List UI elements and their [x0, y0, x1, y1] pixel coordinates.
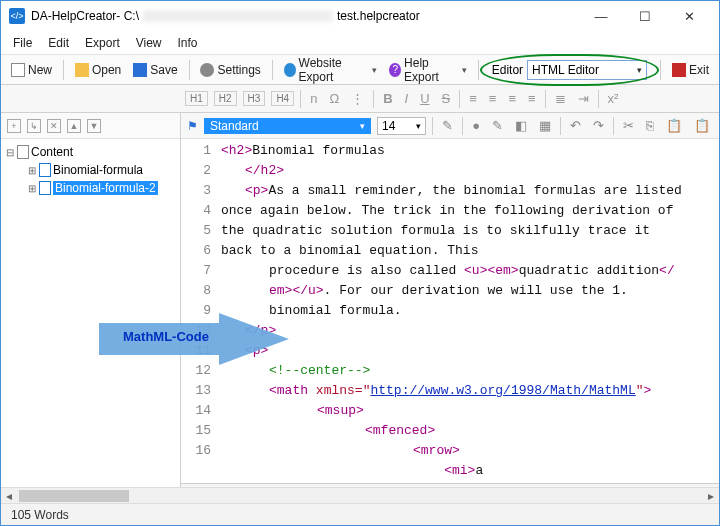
paste-special-icon[interactable]: 📋 — [691, 118, 713, 133]
collapse-icon[interactable]: ⊟ — [5, 147, 15, 158]
indent-icon[interactable]: ⇥ — [575, 91, 592, 106]
menu-export[interactable]: Export — [85, 36, 120, 50]
flag-icon[interactable]: ⚑ — [187, 119, 198, 133]
add-page-icon[interactable]: + — [7, 119, 21, 133]
align-justify-icon[interactable]: ≡ — [525, 91, 539, 106]
marker-icon[interactable]: ✎ — [489, 118, 506, 133]
tree-item-label: Binomial-formula-2 — [53, 181, 158, 195]
h1-button[interactable]: H1 — [185, 91, 208, 106]
maximize-button[interactable]: ☐ — [623, 2, 667, 30]
scroll-thumb[interactable] — [19, 490, 129, 502]
chevron-down-icon: ▾ — [462, 65, 467, 75]
gear-icon — [200, 63, 214, 77]
eraser-icon[interactable]: ◧ — [512, 118, 530, 133]
menu-edit[interactable]: Edit — [48, 36, 69, 50]
source-text[interactable]: <h2>Binomial formulas</h2><p>As a small … — [217, 139, 719, 483]
underline-button[interactable]: U — [417, 91, 432, 106]
editor-value: HTML Editor — [532, 63, 599, 77]
page-icon — [39, 163, 51, 177]
exit-button[interactable]: Exit — [668, 61, 713, 79]
disk-icon — [133, 63, 147, 77]
chevron-down-icon: ▾ — [372, 65, 377, 75]
workspace: + ↳ ✕ ▲ ▼ ⊟ Content ⊞ Binomial-formula ⊞… — [1, 113, 719, 505]
scroll-left-icon[interactable]: ◂ — [1, 489, 17, 503]
page-icon — [39, 181, 51, 195]
website-export-button[interactable]: Website Export▾ — [280, 54, 382, 86]
divider: ⋮ — [348, 91, 367, 106]
italic-button[interactable]: I — [402, 91, 412, 106]
redo-icon[interactable]: ↷ — [590, 118, 607, 133]
editor-label: Editor — [492, 63, 523, 77]
app-title: DA-HelpCreator — [31, 9, 116, 23]
page-icon — [11, 63, 25, 77]
h3-button[interactable]: H3 — [243, 91, 266, 106]
close-button[interactable]: ✕ — [667, 2, 711, 30]
clear-format-icon[interactable]: ▦ — [536, 118, 554, 133]
code-editor[interactable]: 12345678910111213141516 <h2>Binomial for… — [181, 139, 719, 483]
align-left-icon[interactable]: ≡ — [466, 91, 480, 106]
save-button[interactable]: Save — [129, 61, 181, 79]
style-value: Standard — [210, 119, 259, 133]
editor-selector-group: Editor HTML Editor ▾ — [486, 58, 653, 82]
globe-icon — [284, 63, 296, 77]
h4-button[interactable]: H4 — [271, 91, 294, 106]
statusbar: 105 Words — [1, 503, 719, 525]
tree-item-label: Binomial-formula — [53, 163, 143, 177]
color-pick-icon[interactable]: ✎ — [439, 118, 456, 133]
scroll-right-icon[interactable]: ▸ — [703, 489, 719, 503]
list-icon[interactable]: ≣ — [552, 91, 569, 106]
tree-root[interactable]: ⊟ Content — [5, 143, 176, 161]
font-name[interactable]: n — [307, 91, 320, 106]
undo-icon[interactable]: ↶ — [567, 118, 584, 133]
copy-icon[interactable]: ⎘ — [643, 118, 657, 133]
new-button[interactable]: New — [7, 61, 56, 79]
add-child-icon[interactable]: ↳ — [27, 119, 41, 133]
menu-file[interactable]: File — [13, 36, 32, 50]
ordered-list-icon[interactable]: Ω — [326, 91, 342, 106]
path-tail: test.helpcreator — [337, 9, 420, 23]
superscript-icon[interactable]: x² — [605, 91, 622, 106]
app-icon: </> — [9, 8, 25, 24]
menu-view[interactable]: View — [136, 36, 162, 50]
cut-icon[interactable]: ✂ — [620, 118, 637, 133]
delete-icon[interactable]: ✕ — [47, 119, 61, 133]
style-toolbar: ⚑ Standard ▾ 14 ▾ ✎ ● ✎ ◧ ▦ ↶ ↷ ✂ ⎘ 📋 📋 — [181, 113, 719, 139]
horizontal-scrollbar[interactable]: ◂ ▸ — [1, 487, 719, 503]
fontsize-select[interactable]: 14 ▾ — [377, 117, 426, 135]
align-right-icon[interactable]: ≡ — [505, 91, 519, 106]
expand-icon[interactable]: ⊞ — [27, 183, 37, 194]
paste-icon[interactable]: 📋 — [663, 118, 685, 133]
move-up-icon[interactable]: ▲ — [67, 119, 81, 133]
minimize-button[interactable]: — — [579, 2, 623, 30]
tree-item[interactable]: ⊞ Binomial-formula-2 — [5, 179, 176, 197]
editor-select[interactable]: HTML Editor ▾ — [527, 60, 647, 80]
style-select[interactable]: Standard ▾ — [204, 118, 371, 134]
exit-icon — [672, 63, 686, 77]
editor-panel: ⚑ Standard ▾ 14 ▾ ✎ ● ✎ ◧ ▦ ↶ ↷ ✂ ⎘ 📋 📋 — [181, 113, 719, 505]
sidebar-tools: + ↳ ✕ ▲ ▼ — [1, 113, 180, 139]
bold-button[interactable]: B — [380, 91, 395, 106]
gutter: 12345678910111213141516 — [181, 139, 217, 483]
move-down-icon[interactable]: ▼ — [87, 119, 101, 133]
sidebar: + ↳ ✕ ▲ ▼ ⊟ Content ⊞ Binomial-formula ⊞… — [1, 113, 181, 505]
h2-button[interactable]: H2 — [214, 91, 237, 106]
path-blur — [143, 10, 333, 22]
toolbar: New Open Save Settings Website Export▾ ?… — [1, 55, 719, 85]
menu-info[interactable]: Info — [178, 36, 198, 50]
folder-icon — [75, 63, 89, 77]
content-tree: ⊟ Content ⊞ Binomial-formula ⊞ Binomial-… — [1, 139, 180, 505]
expand-icon[interactable]: ⊞ — [27, 165, 37, 176]
help-export-button[interactable]: ?Help Export▾ — [385, 54, 471, 86]
titlebar: </> DA-HelpCreator - C:\ test.helpcreato… — [1, 1, 719, 31]
settings-button[interactable]: Settings — [196, 61, 264, 79]
align-center-icon[interactable]: ≡ — [486, 91, 500, 106]
menubar: File Edit Export View Info — [1, 31, 719, 55]
format-toolbar: H1 H2 H3 H4 n Ω ⋮ B I U S ≡ ≡ ≡ ≡ ≣ ⇥ x² — [1, 85, 719, 113]
tree-item[interactable]: ⊞ Binomial-formula — [5, 161, 176, 179]
page-icon — [17, 145, 29, 159]
chevron-down-icon: ▾ — [360, 121, 365, 131]
open-button[interactable]: Open — [71, 61, 125, 79]
highlight-icon[interactable]: ● — [469, 118, 483, 133]
strike-button[interactable]: S — [439, 91, 454, 106]
word-count: 105 Words — [11, 508, 69, 522]
